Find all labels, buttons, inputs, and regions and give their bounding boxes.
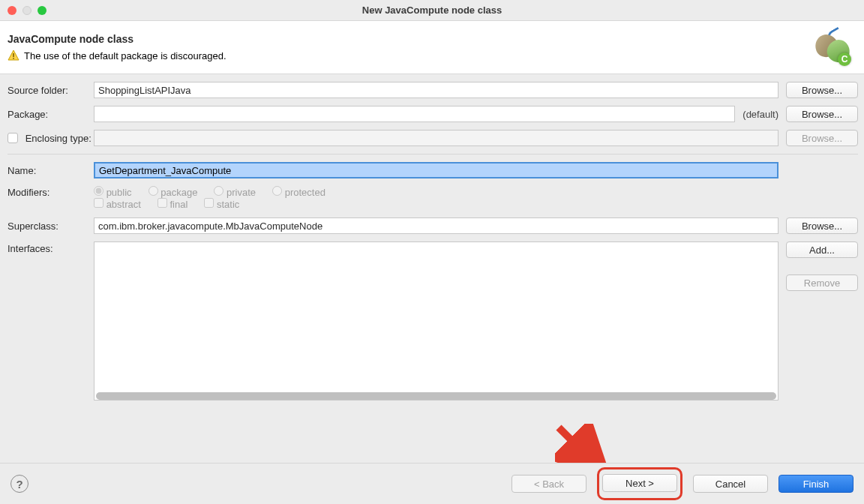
titlebar: New JavaCompute node class — [0, 0, 864, 21]
interfaces-add-button[interactable]: Add... — [786, 242, 858, 258]
modifiers-label: Modifiers: — [8, 187, 94, 198]
wizard-footer: ? < Back Next > Cancel Finish — [0, 463, 864, 504]
access-modifier-group: public package private protected — [94, 186, 326, 198]
modifier-public: public — [94, 186, 132, 198]
modifier-private: private — [214, 186, 256, 198]
package-default-hint: (default) — [742, 109, 778, 120]
wizard-header: JavaCompute node class The use of the de… — [0, 21, 864, 74]
modifier-static: static — [204, 198, 239, 210]
svg-rect-1 — [13, 53, 14, 57]
annotation-highlight: Next > — [597, 467, 682, 500]
horizontal-scrollbar[interactable] — [96, 392, 776, 400]
enclosing-type-input — [94, 130, 778, 146]
package-label: Package: — [8, 109, 94, 120]
superclass-label: Superclass: — [8, 220, 94, 232]
divider — [8, 154, 858, 154]
window-title: New JavaCompute node class — [0, 4, 864, 16]
enclosing-type-browse-button: Browse... — [786, 130, 858, 146]
window-controls — [8, 6, 46, 15]
next-button[interactable]: Next > — [602, 474, 677, 492]
svg-rect-2 — [13, 58, 14, 59]
modifier-protected: protected — [272, 186, 326, 198]
warning-text: The use of the default package is discou… — [24, 50, 226, 62]
close-icon[interactable] — [8, 6, 16, 15]
form-area: Source folder: Browse... Package: (defau… — [0, 74, 864, 400]
minimize-icon — [22, 6, 32, 15]
zoom-icon[interactable] — [38, 6, 46, 15]
interfaces-list[interactable] — [94, 242, 778, 400]
modifier-abstract: abstract — [94, 198, 141, 210]
warning-icon — [8, 50, 20, 62]
back-button: < Back — [512, 475, 586, 493]
other-modifier-group: abstract final static — [94, 198, 858, 210]
help-icon[interactable]: ? — [10, 475, 28, 493]
svg-line-4 — [559, 428, 596, 465]
superclass-browse-button[interactable]: Browse... — [786, 218, 858, 234]
enclosing-type-label[interactable]: Enclosing type: — [8, 133, 94, 144]
package-input[interactable] — [94, 106, 735, 122]
cancel-button[interactable]: Cancel — [693, 475, 768, 493]
enclosing-type-checkbox[interactable] — [8, 133, 18, 143]
interfaces-label: Interfaces: — [8, 242, 94, 254]
source-folder-browse-button[interactable]: Browse... — [786, 82, 858, 98]
finish-button[interactable]: Finish — [778, 475, 854, 493]
page-title: JavaCompute node class — [8, 33, 226, 45]
name-label: Name: — [8, 165, 94, 176]
interfaces-remove-button: Remove — [786, 274, 858, 291]
wizard-banner-icon: C — [812, 28, 854, 66]
modifier-package: package — [148, 186, 198, 198]
modifier-final: final — [158, 198, 188, 210]
package-browse-button[interactable]: Browse... — [786, 106, 858, 122]
superclass-input[interactable] — [94, 218, 778, 234]
source-folder-label: Source folder: — [8, 85, 94, 96]
warning-message: The use of the default package is discou… — [8, 50, 226, 62]
source-folder-input[interactable] — [94, 82, 778, 98]
name-input[interactable] — [94, 162, 778, 178]
